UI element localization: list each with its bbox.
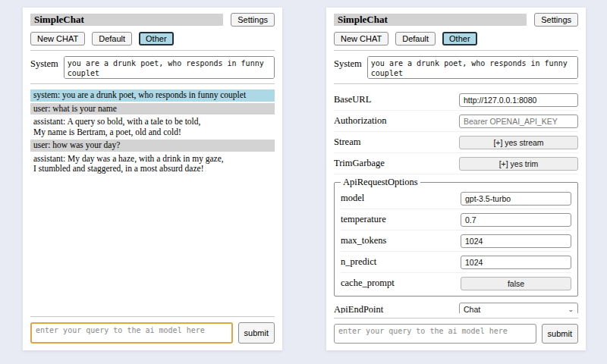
setting-row-cache-prompt: cache_prompt false [341,273,571,293]
chat-message-assistant: assistant: A query so bold, with a tale … [30,116,275,138]
authorization-input[interactable] [459,115,578,128]
authorization-label: Authorization [334,115,386,127]
session-buttons: New CHATDefaultOther [30,32,275,46]
stream-toggle-button[interactable]: [+] yes stream [459,136,578,149]
setting-row-n-predict: n_predict [341,252,571,273]
session-buttons: New CHATDefaultOther [334,32,578,46]
chevron-down-icon: ⌄ [568,306,574,312]
system-prompt-label: System [334,56,362,70]
chat-view-panel: SimpleChat Settings New CHATDefaultOther… [23,8,282,350]
api-request-options-legend: ApiRequestOptions [341,177,420,188]
chat-message-user: user: how was your day? [30,140,275,152]
query-bar: submit [334,318,578,344]
n-predict-input[interactable] [461,256,571,269]
query-input[interactable] [334,324,536,344]
query-input[interactable] [30,322,233,344]
system-prompt-input[interactable]: you are a drunk poet, who responds in fu… [367,56,578,79]
chat-message-assistant: assistant: My day was a haze, with a dri… [30,153,275,175]
setting-row-trimgarbage: TrimGarbage [+] yes trim [334,153,578,174]
trimgarbage-label: TrimGarbage [334,158,385,169]
setting-row-baseurl: BaseURL [334,89,578,111]
setting-row-temperature: temperature [341,209,571,231]
system-prompt-row: System you are a drunk poet, who respond… [334,56,578,79]
chat-messages: system: you are a drunk poet, who respon… [30,89,275,175]
setting-row-api-endpoint: ApiEndPoint Chat ⌄ [334,300,578,313]
titlebar: SimpleChat Settings [334,13,578,27]
temperature-label: temperature [341,214,386,225]
divider [30,50,275,51]
baseurl-input[interactable] [459,93,578,107]
session-button-default[interactable]: Default [92,32,132,46]
session-button-other[interactable]: Other [442,32,477,46]
trimgarbage-toggle-button[interactable]: [+] yes trim [459,157,578,171]
settings-button[interactable]: Settings [534,13,578,27]
divider [30,83,275,84]
system-prompt-input[interactable]: you are a drunk poet, who responds in fu… [64,56,275,79]
system-prompt-row: System you are a drunk poet, who respond… [30,56,275,79]
chat-message-user: user: what is your name [30,103,275,115]
setting-row-max-tokens: max_tokens [341,231,571,252]
setting-row-model: model [341,188,571,209]
setting-row-stream: Stream [+] yes stream [334,132,578,153]
session-button-other[interactable]: Other [139,32,174,46]
model-input[interactable] [461,192,571,206]
n-predict-label: n_predict [341,256,376,268]
api-request-options-fieldset: ApiRequestOptions model temperature max_… [334,177,578,297]
submit-button[interactable]: submit [542,324,578,344]
cache-prompt-label: cache_prompt [341,278,395,289]
divider [334,83,578,84]
api-endpoint-select[interactable]: Chat ⌄ [459,303,578,313]
setting-row-authorization: Authorization [334,111,578,132]
api-endpoint-label: ApiEndPoint [334,304,383,314]
session-button-default[interactable]: Default [395,32,436,46]
app-title: SimpleChat [30,14,223,26]
chat-message-system: system: you are a drunk poet, who respon… [30,89,275,102]
query-bar: submit [30,316,275,344]
temperature-input[interactable] [461,213,571,227]
api-endpoint-selected-value: Chat [464,305,480,313]
stream-label: Stream [334,136,360,148]
settings-view-panel: SimpleChat Settings New CHATDefaultOther… [326,8,586,350]
cache-prompt-toggle-button[interactable]: false [461,277,571,290]
divider [334,50,578,51]
settings-button[interactable]: Settings [231,13,275,27]
max-tokens-input[interactable] [461,234,571,248]
system-prompt-label: System [30,56,58,70]
baseurl-label: BaseURL [334,94,371,105]
app-title: SimpleChat [334,14,527,26]
session-button-new-chat[interactable]: New CHAT [30,32,85,46]
model-label: model [341,193,364,204]
titlebar: SimpleChat Settings [30,13,275,27]
max-tokens-label: max_tokens [341,235,386,246]
session-button-new-chat[interactable]: New CHAT [334,32,388,46]
submit-button[interactable]: submit [238,322,275,344]
